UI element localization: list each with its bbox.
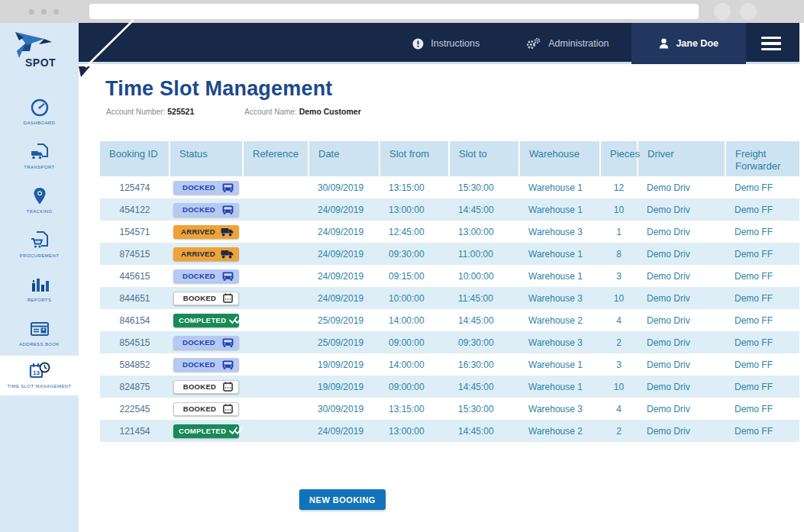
user-icon [659,38,669,49]
reference-cell [243,221,308,243]
freight-forwarder-cell: Demo FF [725,265,799,287]
freight-forwarder-cell: Demo FF [725,198,799,221]
nav-administration[interactable]: Administration [502,23,631,64]
date-cell: 24/09/2019 [308,287,379,309]
status-badge: COMPLETED [173,314,239,327]
column-header-reference: Reference [243,141,308,176]
status-badge: ARRIVED [173,247,239,261]
table-row[interactable]: 824875BOOKED19/09/201909:00:0014:45:00Wa… [100,376,799,398]
column-header-status: Status [170,141,243,176]
sidebar-item-address-book[interactable]: ADDRESS BOOK [0,311,79,356]
slot-to-cell: 14:45:00 [449,198,519,221]
booking-id-cell: 824875 [100,376,170,398]
sidebar-item-dashboard[interactable]: DASHBOARD [0,90,79,134]
sidebar-item-transport[interactable]: TRANSPORT [0,134,79,179]
reference-cell [243,176,308,198]
booking-id-cell: 454122 [100,198,170,221]
truck-front-icon [222,338,234,347]
hamburger-menu-icon[interactable] [746,23,796,64]
column-header-booking-id: Booking ID [100,141,170,176]
date-cell: 24/09/2019 [308,420,379,442]
window-control-dot[interactable] [41,9,47,15]
dashboard-icon [30,98,50,118]
date-cell: 19/09/2019 [308,376,379,398]
column-header-slot-from: Slot from [379,141,449,176]
table-row[interactable]: 844651BOOKED24/09/201910:00:0011:45:00Wa… [100,287,799,309]
bar-chart-icon [30,275,50,295]
table-row[interactable]: 584852DOCKED19/09/201914:00:0016:30:00Wa… [100,353,799,376]
freight-forwarder-cell: Demo FF [725,331,799,353]
table-row[interactable]: 222545BOOKED30/09/201913:15:0015:30:00Wa… [100,398,799,420]
account-number: Account Number:525521 [106,107,194,116]
table-row[interactable]: 125474DOCKED30/09/201913:15:0015:30:00Wa… [100,176,799,198]
date-cell: 24/09/2019 [308,243,379,265]
status-badge-label: DOCKED [179,183,219,192]
booking-id-cell: 222545 [100,398,170,420]
window-control-dot[interactable] [29,9,34,15]
freight-forwarder-cell: Demo FF [725,287,799,309]
slot-to-cell: 14:45:00 [449,309,519,331]
driver-cell: Demo Driv [638,331,725,353]
status-badge-label: DOCKED [179,338,219,347]
status-badge: DOCKED [173,336,239,350]
slot-to-cell: 15:30:00 [449,176,519,198]
driver-cell: Demo Driv [638,353,725,376]
status-cell: BOOKED [170,376,243,398]
double-check-icon [229,316,242,324]
sidebar-item-reports[interactable]: REPORTS [0,267,79,311]
browser-action-button[interactable] [740,3,757,20]
table-row[interactable]: 121454COMPLETED24/09/201913:00:0014:45:0… [100,420,799,442]
status-badge: DOCKED [173,203,239,217]
status-cell: DOCKED [170,353,243,376]
reference-cell [243,353,308,376]
warehouse-cell: Warehouse 1 [519,243,600,265]
status-badge: BOOKED [173,292,239,305]
sidebar-item-time-slot-management[interactable]: 13 TIME SLOT MANAGEMENT [0,356,79,395]
booking-id-cell: 154571 [100,221,170,243]
column-header-pieces: Pieces [600,141,638,176]
date-cell: 24/09/2019 [308,221,379,243]
slot-to-cell: 13:00:00 [449,221,519,243]
nav-user-menu[interactable]: Jane Doe [631,23,746,64]
date-cell: 24/09/2019 [308,265,379,287]
slot-from-cell: 10:00:00 [379,287,449,309]
status-cell: DOCKED [170,198,243,221]
table-row[interactable]: 874515ARRIVED24/09/201909:30:0011:00:00W… [100,243,799,265]
double-check-icon [229,427,242,435]
driver-cell: Demo Driv [638,398,725,420]
slot-from-cell: 09:30:00 [379,243,449,265]
freight-forwarder-cell: Demo FF [725,309,799,331]
status-badge-label: DOCKED [179,360,219,369]
table-row[interactable]: 854515DOCKED25/09/201909:00:0009:30:00Wa… [100,331,799,353]
pieces-cell: 10 [600,198,638,221]
slot-from-cell: 13:00:00 [379,198,449,221]
sidebar-item-tracking[interactable]: TRACKING [0,179,79,223]
booking-id-cell: 844651 [100,287,170,309]
date-cell: 19/09/2019 [308,353,379,376]
table-row[interactable]: 846154COMPLETED25/09/201914:00:0014:45:0… [100,309,799,331]
status-badge-label: BOOKED [179,405,220,413]
address-bar[interactable] [89,4,699,19]
table-row[interactable]: 454122DOCKED24/09/201913:00:0014:45:00Wa… [100,198,799,221]
column-header-freight-forwarder: Freight Forwarder [725,141,799,176]
booking-id-cell: 584852 [100,353,170,376]
nav-instructions[interactable]: Instructions [389,23,502,64]
date-cell: 30/09/2019 [308,176,379,198]
new-booking-button[interactable]: NEW BOOKING [299,489,386,510]
sidebar-item-procurement[interactable]: PROCUREMENT [0,223,79,267]
driver-cell: Demo Driv [638,265,725,287]
warehouse-cell: Warehouse 2 [519,309,600,331]
window-control-dot[interactable] [53,9,59,15]
warehouse-cell: Warehouse 2 [519,420,600,442]
column-header-date: Date [308,141,379,176]
table-row[interactable]: 154571ARRIVED24/09/201912:45:0013:00:00W… [100,221,799,243]
table-row[interactable]: 445615DOCKED24/09/201909:15:0010:00:00Wa… [100,265,799,287]
browser-action-button[interactable] [714,3,731,20]
freight-forwarder-cell: Demo FF [725,376,799,398]
booking-id-cell: 125474 [100,176,170,198]
reference-cell [243,420,308,442]
driver-cell: Demo Driv [638,198,725,221]
spot-logo[interactable]: SPOT [0,23,79,79]
calendar-clock-icon: 13 [29,361,50,381]
page-title: Time Slot Management [105,77,799,101]
